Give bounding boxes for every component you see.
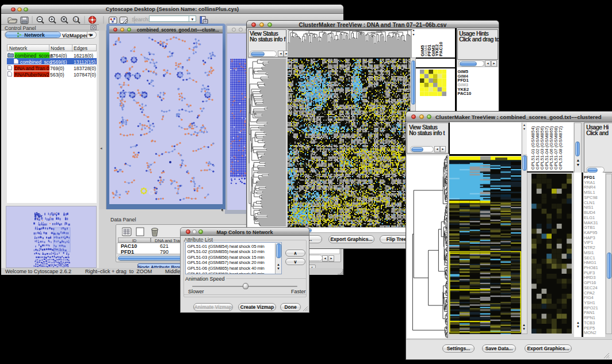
svg-text:1:1: 1:1 xyxy=(74,18,79,21)
